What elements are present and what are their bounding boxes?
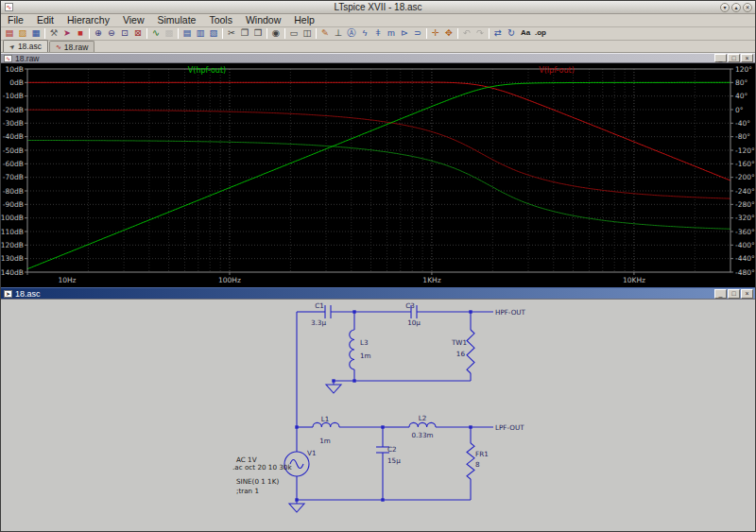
toolbar-halt[interactable]: ■ xyxy=(74,27,87,40)
toolbar-resistor[interactable]: ϟ xyxy=(358,27,371,40)
toolbar-control-panel[interactable]: ⚒ xyxy=(47,27,60,40)
toolbar-find[interactable]: ◉ xyxy=(269,27,283,40)
svg-text:-480°: -480° xyxy=(735,268,755,277)
schematic-minimize-button[interactable]: _ xyxy=(714,289,727,299)
toolbar-separator xyxy=(284,28,285,39)
svg-text:-10dB: -10dB xyxy=(3,92,24,100)
toolbar-redo[interactable]: ↷ xyxy=(473,27,487,40)
toolbar-tile-vertical[interactable]: ▥ xyxy=(194,27,207,40)
toolbar-separator xyxy=(146,28,147,39)
schematic-pane-title: 18.asc xyxy=(15,289,41,299)
toolbar-separator xyxy=(457,28,458,39)
junction-dot xyxy=(381,425,384,428)
toolbar-print-preview[interactable]: ◫ xyxy=(301,27,314,40)
toolbar-capacitor[interactable]: ǂ xyxy=(371,27,385,40)
close-button[interactable]: ✕ xyxy=(743,3,752,12)
waveform-plot-canvas[interactable]: 10dB0dB-10dB-20dB-30dB-40dB-50dB-60dB-70… xyxy=(1,63,755,287)
component-value-l1: 1m xyxy=(319,437,331,445)
toolbar-inductor[interactable]: m xyxy=(385,27,398,40)
window-titlebar[interactable]: ∿ LTspice XVII - 18.asc ▾▴✕ xyxy=(1,1,755,14)
toolbar-text[interactable]: Aa xyxy=(518,27,533,40)
toolbar-ground[interactable]: ⊥ xyxy=(332,27,345,40)
tab-bar: ➤18.asc∿18.raw xyxy=(1,41,755,53)
svg-text:-50dB: -50dB xyxy=(3,146,24,155)
toolbar-save[interactable]: ▦ xyxy=(29,27,43,40)
component-value-c3: 10µ xyxy=(407,318,421,327)
tab-18-raw[interactable]: ∿18.raw xyxy=(49,41,94,52)
menu-simulate[interactable]: Simulate xyxy=(151,14,203,26)
toolbar-wire[interactable]: ✎ xyxy=(318,27,332,40)
waveform-close-button[interactable]: × xyxy=(741,54,753,62)
toolbar-cut[interactable]: ✂ xyxy=(225,27,238,40)
waveform-minimize-button[interactable]: _ xyxy=(714,54,727,62)
menu-edit[interactable]: Edit xyxy=(30,14,60,26)
toolbar-move[interactable]: ✛ xyxy=(429,27,442,40)
toolbar-mirror[interactable]: ⇄ xyxy=(491,27,505,40)
minimize-button[interactable]: ▾ xyxy=(720,3,730,12)
svg-text:-160°: -160° xyxy=(735,160,755,168)
schematic-restore-button[interactable]: □ xyxy=(728,289,740,299)
toolbar-copy[interactable]: ❐ xyxy=(238,27,251,40)
menu-file[interactable]: File xyxy=(1,14,30,26)
toolbar: ▤▨▦⚒➤■⊕⊖⊡⊠∿▩▤▥▧✂❐❒◉▭◫✎⊥Ⓐϟǂm⊳⊃✛✥↶↷⇄↻Aa.op xyxy=(1,27,755,41)
menu-window[interactable]: Window xyxy=(239,14,287,26)
waveform-restore-button[interactable]: □ xyxy=(728,54,740,62)
component-value-c1: 3.3µ xyxy=(311,318,326,327)
toolbar-spice-directive[interactable]: .op xyxy=(533,27,548,40)
waveform-pane-titlebar[interactable]: ∿ 18.raw _□× xyxy=(1,53,755,63)
schematic-canvas[interactable]: C13.3µC310µL31mTW116L11mL20.33mC215µFR18… xyxy=(1,300,755,532)
component-ref-c2: C2 xyxy=(387,445,397,454)
waveform-icon: ∿ xyxy=(4,55,12,62)
svg-text:-140dB: -140dB xyxy=(1,268,24,277)
waveform-pane-buttons: _□× xyxy=(714,54,755,62)
toolbar-separator xyxy=(266,28,267,39)
toolbar-cascade-windows[interactable]: ▧ xyxy=(207,27,220,40)
component-ref-fr1: FR1 xyxy=(475,450,489,458)
toolbar-zoom-area[interactable]: ⊡ xyxy=(118,27,131,40)
toolbar-paste[interactable]: ❒ xyxy=(251,27,265,40)
schematic-pane: ➤ 18.asc _□× C13.3µC310µL31mTW116L11mL20… xyxy=(1,287,755,532)
schematic-close-button[interactable]: × xyxy=(741,289,753,299)
maximize-button[interactable]: ▴ xyxy=(731,3,741,12)
component-ref-v1: V1 xyxy=(307,449,317,457)
toolbar-zoom-in[interactable]: ⊕ xyxy=(92,27,105,40)
toolbar-undo[interactable]: ↶ xyxy=(460,27,473,40)
toolbar-open[interactable]: ▨ xyxy=(16,27,29,40)
svg-text:-110dB: -110dB xyxy=(1,228,24,236)
toolbar-plot-settings[interactable]: ▩ xyxy=(163,27,176,40)
toolbar-new-schematic[interactable]: ▤ xyxy=(3,27,16,40)
menu-view[interactable]: View xyxy=(116,14,151,26)
toolbar-separator xyxy=(316,28,317,39)
svg-text:10dB: 10dB xyxy=(6,65,24,74)
toolbar-separator xyxy=(222,28,223,39)
toolbar-zoom-out[interactable]: ⊖ xyxy=(105,27,118,40)
svg-text:-60dB: -60dB xyxy=(3,160,24,168)
toolbar-tile-horizontal[interactable]: ▤ xyxy=(180,27,194,40)
toolbar-component[interactable]: ⊃ xyxy=(411,27,424,40)
menu-help[interactable]: Help xyxy=(287,14,321,26)
svg-text:1KHz: 1KHz xyxy=(422,276,440,284)
toolbar-net-label[interactable]: Ⓐ xyxy=(345,27,358,40)
waveform-pane-title: 18.raw xyxy=(15,54,40,63)
schematic-pane-buttons: _□× xyxy=(714,289,755,299)
schematic-pane-titlebar[interactable]: ➤ 18.asc _□× xyxy=(1,287,755,300)
svg-text:-120dB: -120dB xyxy=(1,241,24,249)
tab-label: 18.asc xyxy=(18,42,42,51)
toolbar-separator xyxy=(426,28,427,39)
port-label-hpf-out: HPF-OUT xyxy=(495,308,526,317)
toolbar-print[interactable]: ▭ xyxy=(287,27,301,40)
toolbar-rotate[interactable]: ↻ xyxy=(505,27,518,40)
trace-label-lpf-out[interactable]: V(lpf-out) xyxy=(539,66,575,75)
toolbar-drag[interactable]: ✥ xyxy=(442,27,455,40)
menu-hierarchy[interactable]: Hierarchy xyxy=(60,14,116,26)
trace-label-hpf-out[interactable]: V(hpf-out) xyxy=(188,66,226,75)
svg-text:-120°: -120° xyxy=(735,146,755,155)
junction-dot xyxy=(332,379,335,382)
menu-tools[interactable]: Tools xyxy=(202,14,239,26)
toolbar-run[interactable]: ➤ xyxy=(60,27,74,40)
toolbar-zoom-full-extents[interactable]: ⊠ xyxy=(131,27,145,40)
tab-18-asc[interactable]: ➤18.asc xyxy=(3,40,48,52)
waveform-icon: ∿ xyxy=(56,43,61,50)
toolbar-view-waveform[interactable]: ∿ xyxy=(149,27,163,40)
toolbar-diode[interactable]: ⊳ xyxy=(398,27,411,40)
